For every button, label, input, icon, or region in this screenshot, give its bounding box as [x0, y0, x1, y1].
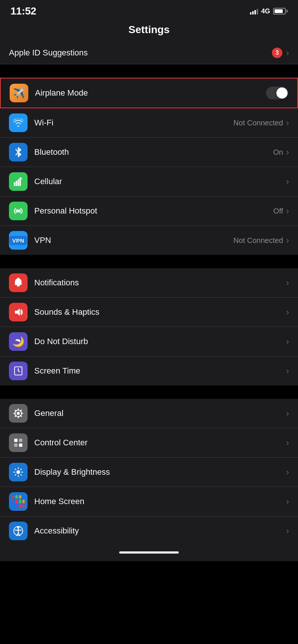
control-center-row[interactable]: Control Center — [0, 428, 298, 458]
bluetooth-chevron-icon — [286, 147, 289, 157]
screen-time-label: Screen Time — [34, 366, 80, 376]
display-brightness-chevron-icon — [286, 467, 289, 477]
vpn-label: VPN — [34, 236, 51, 245]
section-gap-1 — [0, 64, 298, 78]
svg-point-17 — [16, 470, 20, 474]
wifi-value: Not Connected — [234, 119, 283, 127]
svg-point-11 — [17, 412, 20, 415]
svg-rect-14 — [19, 439, 22, 442]
personal-hotspot-row[interactable]: Personal Hotspot Off — [0, 196, 298, 226]
display-brightness-row[interactable]: Display & Brightness — [0, 458, 298, 487]
apple-id-label: Apple ID Suggestions — [9, 48, 88, 58]
notifications-label: Notifications — [34, 278, 79, 288]
page-title-bar: Settings — [0, 20, 298, 42]
general-label: General — [34, 408, 63, 418]
sounds-haptics-label: Sounds & Haptics — [34, 307, 99, 317]
signal-bars-icon — [250, 8, 258, 15]
bluetooth-value: On — [273, 148, 283, 157]
notifications-icon — [9, 273, 28, 292]
svg-rect-13 — [14, 439, 18, 442]
page-title: Settings — [129, 24, 169, 35]
accessibility-icon — [9, 522, 28, 540]
airplane-mode-toggle[interactable] — [266, 87, 288, 99]
bluetooth-row[interactable]: Bluetooth On — [0, 138, 298, 167]
home-bar — [119, 551, 179, 554]
cellular-label: Cellular — [34, 177, 62, 186]
vpn-badge: VPN — [9, 236, 27, 245]
cellular-chevron-icon — [286, 176, 289, 187]
airplane-mode-icon: ✈️ — [10, 84, 28, 102]
section-gap-2 — [0, 255, 298, 268]
general-icon — [9, 404, 28, 423]
vpn-chevron-icon — [286, 235, 289, 246]
control-center-chevron-icon — [286, 438, 289, 448]
system-section: Notifications Sounds & Haptics 🌙 — [0, 268, 298, 385]
apple-id-suggestions-row[interactable]: Apple ID Suggestions 3 — [0, 42, 298, 64]
sounds-haptics-icon — [9, 303, 28, 321]
personal-hotspot-chevron-icon — [286, 206, 289, 216]
screen-time-chevron-icon — [286, 366, 289, 376]
wifi-icon — [9, 113, 28, 132]
svg-rect-16 — [19, 443, 22, 447]
control-center-label: Control Center — [34, 438, 88, 448]
status-icons: 4G — [250, 7, 288, 15]
apple-id-chevron-icon — [286, 48, 289, 58]
notifications-row[interactable]: Notifications — [0, 268, 298, 298]
personal-hotspot-value: Off — [273, 207, 283, 215]
home-screen-label: Home Screen — [34, 497, 85, 506]
home-screen-icon — [9, 492, 28, 511]
wifi-chevron-icon — [286, 118, 289, 128]
control-center-icon — [9, 433, 28, 452]
section-gap-3 — [0, 385, 298, 399]
home-screen-chevron-icon — [286, 496, 289, 507]
status-bar: 11:52 4G — [0, 0, 298, 20]
home-indicator — [0, 545, 298, 561]
connectivity-section: ✈️ Airplane Mode Wi-Fi Not Connected — [0, 78, 298, 255]
svg-point-6 — [17, 209, 20, 212]
accessibility-chevron-icon — [286, 526, 289, 536]
do-not-disturb-icon: 🌙 — [9, 332, 28, 351]
accessibility-row[interactable]: Accessibility — [0, 516, 298, 545]
wifi-row[interactable]: Wi-Fi Not Connected — [0, 108, 298, 138]
general-row[interactable]: General — [0, 399, 298, 428]
svg-rect-7 — [18, 278, 19, 279]
svg-rect-2 — [14, 182, 15, 186]
wifi-label: Wi-Fi — [34, 118, 53, 128]
apple-id-badge: 3 — [272, 48, 282, 58]
svg-rect-5 — [19, 178, 21, 186]
notifications-chevron-icon — [286, 278, 289, 288]
screen-time-row[interactable]: Screen Time — [0, 356, 298, 385]
do-not-disturb-chevron-icon — [286, 336, 289, 347]
vpn-row[interactable]: VPN VPN Not Connected — [0, 226, 298, 255]
network-type: 4G — [261, 7, 270, 15]
accessibility-label: Accessibility — [34, 526, 79, 536]
general-chevron-icon — [286, 408, 289, 419]
status-time: 11:52 — [10, 5, 36, 17]
display-brightness-label: Display & Brightness — [34, 467, 110, 477]
bluetooth-label: Bluetooth — [34, 147, 69, 157]
svg-rect-3 — [16, 181, 17, 186]
svg-rect-15 — [14, 443, 18, 447]
apple-id-right: 3 — [272, 48, 289, 58]
sounds-haptics-row[interactable]: Sounds & Haptics — [0, 298, 298, 327]
airplane-mode-row[interactable]: ✈️ Airplane Mode — [0, 78, 298, 108]
home-screen-row[interactable]: Home Screen — [0, 487, 298, 516]
vpn-value: Not Connected — [234, 236, 283, 245]
cellular-icon — [9, 172, 28, 191]
svg-rect-4 — [18, 179, 19, 186]
cellular-row[interactable]: Cellular — [0, 167, 298, 196]
personal-hotspot-label: Personal Hotspot — [34, 206, 97, 216]
screen-time-icon — [9, 362, 28, 380]
svg-marker-9 — [15, 308, 20, 316]
vpn-icon: VPN — [9, 231, 28, 250]
device-section: General Control Center Display & — [0, 399, 298, 545]
display-brightness-icon — [9, 463, 28, 481]
do-not-disturb-row[interactable]: 🌙 Do Not Disturb — [0, 327, 298, 356]
airplane-mode-label: Airplane Mode — [35, 88, 88, 98]
svg-rect-8 — [17, 285, 20, 286]
sounds-haptics-chevron-icon — [286, 307, 289, 317]
battery-icon — [273, 8, 288, 15]
personal-hotspot-icon — [9, 202, 28, 220]
bluetooth-icon — [9, 143, 28, 161]
do-not-disturb-label: Do Not Disturb — [34, 337, 88, 346]
